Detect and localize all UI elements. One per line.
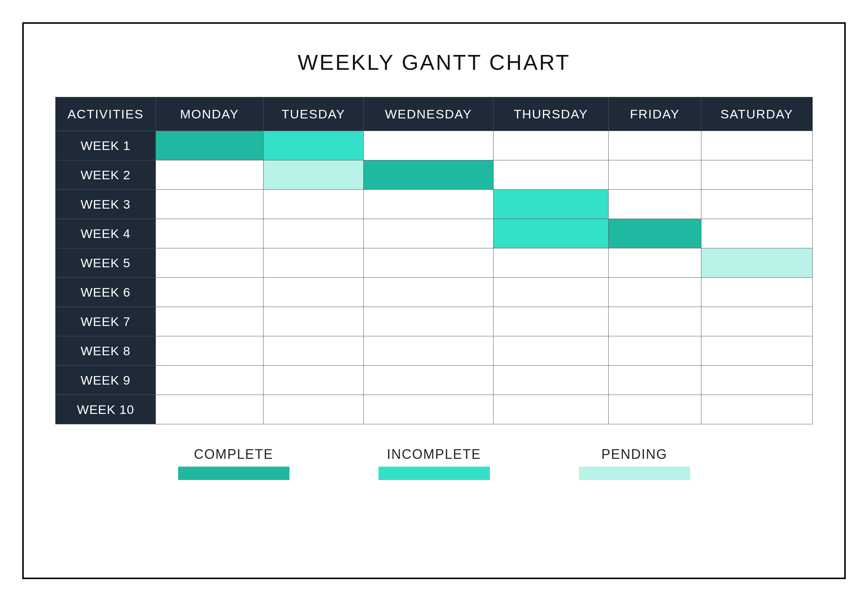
gantt-cell (264, 307, 364, 336)
gantt-cell (264, 219, 364, 248)
gantt-cell (701, 336, 813, 366)
gantt-cell (264, 278, 364, 307)
gantt-cell (609, 336, 701, 366)
gantt-cell (494, 278, 609, 307)
gantt-cell (609, 219, 701, 248)
table-row: WEEK 7 (56, 307, 813, 336)
gantt-wrap: ACTIVITIES MONDAY TUESDAY WEDNESDAY THUR… (46, 97, 822, 424)
legend-swatch-pending (579, 467, 690, 480)
gantt-cell (364, 219, 494, 248)
gantt-cell (156, 395, 264, 424)
gantt-cell (609, 248, 701, 278)
gantt-cell (364, 248, 494, 278)
gantt-cell (156, 160, 264, 190)
table-row: WEEK 9 (56, 366, 813, 395)
gantt-cell (701, 219, 813, 248)
row-label: WEEK 5 (56, 248, 156, 278)
gantt-cell (264, 190, 364, 219)
table-row: WEEK 6 (56, 278, 813, 307)
gantt-cell (494, 366, 609, 395)
legend-item-pending: PENDING (579, 447, 690, 480)
gantt-cell (609, 278, 701, 307)
legend-swatch-incomplete (378, 467, 490, 480)
table-row: WEEK 1 (56, 131, 813, 160)
gantt-cell (609, 366, 701, 395)
gantt-cell (156, 336, 264, 366)
gantt-cell (701, 395, 813, 424)
table-row: WEEK 5 (56, 248, 813, 278)
legend-label: PENDING (601, 447, 667, 462)
gantt-cell (364, 307, 494, 336)
page-frame: WEEKLY GANTT CHART ACTIVITIES MONDAY TUE… (22, 22, 846, 579)
legend-label: INCOMPLETE (387, 447, 481, 462)
gantt-cell (494, 336, 609, 366)
gantt-cell (701, 131, 813, 160)
gantt-cell (701, 190, 813, 219)
gantt-cell (494, 131, 609, 160)
gantt-cell (609, 307, 701, 336)
gantt-cell (701, 160, 813, 190)
row-label: WEEK 7 (56, 307, 156, 336)
gantt-cell (494, 219, 609, 248)
gantt-cell (156, 248, 264, 278)
header-day-saturday: SATURDAY (701, 97, 813, 131)
row-label: WEEK 6 (56, 278, 156, 307)
header-row: ACTIVITIES MONDAY TUESDAY WEDNESDAY THUR… (56, 97, 813, 131)
gantt-cell (264, 160, 364, 190)
row-label: WEEK 8 (56, 336, 156, 366)
legend-item-complete: COMPLETE (178, 447, 290, 480)
gantt-cell (494, 395, 609, 424)
gantt-cell (609, 190, 701, 219)
gantt-table: ACTIVITIES MONDAY TUESDAY WEDNESDAY THUR… (55, 97, 813, 424)
legend-label: COMPLETE (194, 447, 273, 462)
gantt-cell (264, 395, 364, 424)
gantt-cell (494, 248, 609, 278)
gantt-cell (701, 307, 813, 336)
table-row: WEEK 4 (56, 219, 813, 248)
table-row: WEEK 3 (56, 190, 813, 219)
gantt-cell (364, 160, 494, 190)
row-label: WEEK 9 (56, 366, 156, 395)
gantt-cell (156, 219, 264, 248)
row-label: WEEK 4 (56, 219, 156, 248)
gantt-cell (364, 395, 494, 424)
legend-swatch-complete (178, 467, 290, 480)
table-row: WEEK 8 (56, 336, 813, 366)
gantt-cell (264, 248, 364, 278)
gantt-cell (701, 366, 813, 395)
gantt-cell (609, 160, 701, 190)
header-day-monday: MONDAY (156, 97, 264, 131)
header-day-thursday: THURSDAY (494, 97, 609, 131)
gantt-cell (609, 395, 701, 424)
table-row: WEEK 10 (56, 395, 813, 424)
gantt-cell (156, 366, 264, 395)
gantt-cell (364, 366, 494, 395)
gantt-body: WEEK 1WEEK 2WEEK 3WEEK 4WEEK 5WEEK 6WEEK… (56, 131, 813, 424)
gantt-cell (264, 366, 364, 395)
row-label: WEEK 3 (56, 190, 156, 219)
legend-item-incomplete: INCOMPLETE (378, 447, 490, 480)
gantt-cell (156, 307, 264, 336)
header-day-tuesday: TUESDAY (264, 97, 364, 131)
row-label: WEEK 10 (56, 395, 156, 424)
row-label: WEEK 1 (56, 131, 156, 160)
table-row: WEEK 2 (56, 160, 813, 190)
legend: COMPLETE INCOMPLETE PENDING (46, 447, 822, 480)
header-day-friday: FRIDAY (609, 97, 701, 131)
gantt-cell (156, 278, 264, 307)
header-day-wednesday: WEDNESDAY (364, 97, 494, 131)
gantt-cell (364, 131, 494, 160)
chart-title: WEEKLY GANTT CHART (46, 50, 822, 74)
gantt-cell (494, 307, 609, 336)
gantt-cell (701, 248, 813, 278)
gantt-cell (494, 160, 609, 190)
gantt-cell (701, 278, 813, 307)
gantt-cell (156, 190, 264, 219)
gantt-cell (156, 131, 264, 160)
gantt-cell (264, 336, 364, 366)
gantt-cell (364, 336, 494, 366)
gantt-cell (364, 278, 494, 307)
gantt-cell (364, 190, 494, 219)
header-activities: ACTIVITIES (56, 97, 156, 131)
gantt-cell (609, 131, 701, 160)
